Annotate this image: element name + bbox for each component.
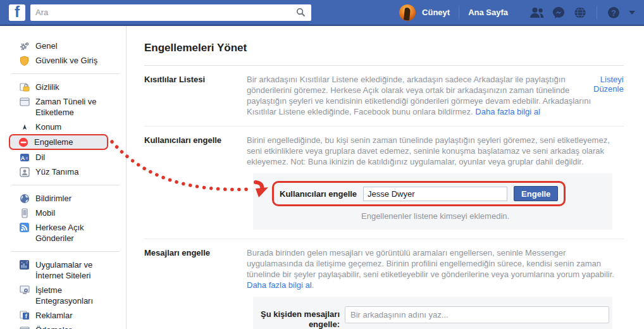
sidebar-item-label: Yüz Tanıma: [35, 166, 78, 177]
shield-icon: [19, 55, 30, 66]
section-description: Birini engellediğinde, bu kişi senin zam…: [247, 135, 617, 167]
mobile-icon: [19, 208, 30, 218]
gears-icon: [19, 40, 30, 51]
face-recognition-icon: [19, 166, 30, 177]
sidebar-item-general[interactable]: Genel: [0, 39, 126, 53]
sidebar-item-notifications[interactable]: Bildirimler: [0, 191, 126, 206]
ads-icon: f: [19, 310, 30, 321]
settings-content: Engellemeleri Yönet Kısıtlılar Listesi B…: [127, 26, 644, 329]
location-icon: [19, 121, 30, 132]
business-icon: [19, 285, 30, 295]
payments-icon: [19, 325, 30, 329]
block-users-panel: Kullanıcıları engelle Engelle Engellenen…: [253, 173, 612, 230]
help-icon[interactable]: ?: [606, 5, 621, 20]
sidebar-item-ads[interactable]: f Reklamlar: [0, 308, 126, 323]
sidebar-item-label: Herkese Açık Gönderiler: [35, 222, 110, 244]
sidebar-item-label: Konum: [35, 121, 61, 132]
caret-down-icon[interactable]: [629, 11, 635, 15]
settings-sidebar: Genel Güvenlik ve Giriş Gizlilik Zaman T…: [0, 26, 127, 329]
sidebar-item-label: Engelleme: [34, 137, 73, 147]
edit-list-link[interactable]: Listeyi Düzenle: [593, 75, 624, 94]
block-button[interactable]: Engelle: [514, 186, 558, 201]
sidebar-item-mobile[interactable]: Mobil: [0, 206, 126, 220]
timeline-icon: [19, 96, 30, 107]
block-user-input[interactable]: [363, 187, 507, 201]
globe-icon: [19, 193, 30, 204]
globe-icon[interactable]: [573, 5, 588, 20]
sidebar-item-label: Mobil: [35, 208, 55, 218]
avatar[interactable]: [399, 4, 416, 21]
navbar-user-name[interactable]: Cüneyt: [422, 8, 450, 17]
sidebar-item-label: Gizlilik: [35, 82, 59, 92]
svg-text:x: x: [25, 155, 28, 161]
language-icon: Ax: [19, 152, 30, 163]
facebook-logo[interactable]: f: [9, 4, 25, 21]
block-messages-form-label: Şu kişiden mesajları engelle:: [253, 306, 340, 329]
search-icon[interactable]: [290, 4, 311, 21]
sidebar-item-label: Ödemeler: [35, 325, 71, 329]
rss-icon: [19, 222, 30, 233]
search-box: [30, 4, 311, 21]
navbar-divider: [597, 6, 597, 20]
section-restricted-list: Kısıtlılar Listesi Bir arkadaşını Kısıtl…: [144, 66, 624, 126]
sidebar-item-public-posts[interactable]: Herkese Açık Gönderiler: [0, 220, 126, 245]
description-text: Burada birinden gelen mesajları ve görün…: [247, 248, 614, 279]
sidebar-item-face-recognition[interactable]: Yüz Tanıma: [0, 164, 126, 179]
section-description: Burada birinden gelen mesajları ve görün…: [247, 247, 617, 290]
sidebar-item-label: Reklamlar: [35, 310, 73, 321]
top-navbar: f Cüneyt Ana Sayfa ?: [0, 0, 644, 26]
svg-text:?: ?: [611, 8, 616, 17]
sidebar-item-label: Zaman Tüneli ve Etiketleme: [35, 96, 105, 118]
section-description: Bir arkadaşını Kısıtlılar Listene ekledi…: [247, 74, 593, 117]
sidebar-item-language[interactable]: Ax Dil: [0, 150, 126, 164]
block-messages-panel: Şu kişiden mesajları engelle: Engellemey…: [253, 297, 612, 329]
sidebar-item-business-integrations[interactable]: İşletme Entegrasyonları: [0, 283, 126, 308]
sidebar-item-label: İşletme Entegrasyonları: [35, 285, 118, 306]
sidebar-divider: [11, 73, 120, 74]
blocked-empty-note: Engellenenler listene kimseyi eklemedin.: [361, 211, 612, 221]
description-suffix: .: [312, 280, 314, 290]
sidebar-item-label: Genel: [35, 40, 58, 51]
sidebar-item-apps-websites[interactable]: Uygulamalar ve İnternet Siteleri: [0, 258, 126, 283]
block-messages-form: Şu kişiden mesajları engelle:: [253, 304, 612, 329]
block-user-form-label: Kullanıcıları engelle: [280, 189, 357, 199]
learn-more-link[interactable]: Daha fazla bilgi al: [247, 280, 312, 290]
sidebar-item-label: Güvenlik ve Giriş: [35, 55, 97, 66]
section-block-messages: Mesajları engelle Burada birinden gelen …: [144, 239, 624, 329]
friends-icon[interactable]: [529, 5, 545, 20]
sidebar-divider: [11, 185, 120, 185]
sidebar-item-payments[interactable]: Ödemeler: [0, 323, 126, 329]
apps-icon: [19, 259, 30, 270]
section-block-users: Kullanıcıları engelle Birini engellediği…: [144, 127, 624, 239]
page-title: Engellemeleri Yönet: [144, 42, 624, 54]
block-user-form-highlight: Kullanıcıları engelle Engelle: [272, 181, 566, 206]
sidebar-item-label: Uygulamalar ve İnternet Siteleri: [35, 259, 110, 281]
sidebar-item-timeline-tagging[interactable]: Zaman Tüneli ve Etiketleme: [0, 94, 126, 120]
sidebar-item-label: Dil: [35, 152, 45, 163]
sidebar-divider: [11, 251, 120, 252]
home-link[interactable]: Ana Sayfa: [468, 8, 508, 17]
messenger-icon[interactable]: [551, 5, 566, 20]
sidebar-item-privacy[interactable]: Gizlilik: [0, 80, 126, 94]
block-icon: [18, 137, 28, 147]
learn-more-link[interactable]: Daha fazla bilgi al: [475, 107, 540, 116]
sidebar-item-security-login[interactable]: Güvenlik ve Giriş: [0, 53, 126, 68]
section-label: Mesajları engelle: [144, 247, 247, 290]
sidebar-item-label: Bildirimler: [35, 193, 71, 204]
navbar-divider: [459, 6, 459, 20]
sidebar-item-blocking[interactable]: Engelleme: [9, 134, 108, 150]
lock-icon: [19, 82, 30, 92]
svg-text:A: A: [20, 154, 25, 161]
search-input[interactable]: [30, 8, 290, 17]
section-label: Kısıtlılar Listesi: [144, 74, 247, 117]
block-messages-input[interactable]: [345, 306, 609, 323]
section-label: Kullanıcıları engelle: [144, 135, 247, 167]
sidebar-item-location[interactable]: Konum: [0, 120, 126, 134]
